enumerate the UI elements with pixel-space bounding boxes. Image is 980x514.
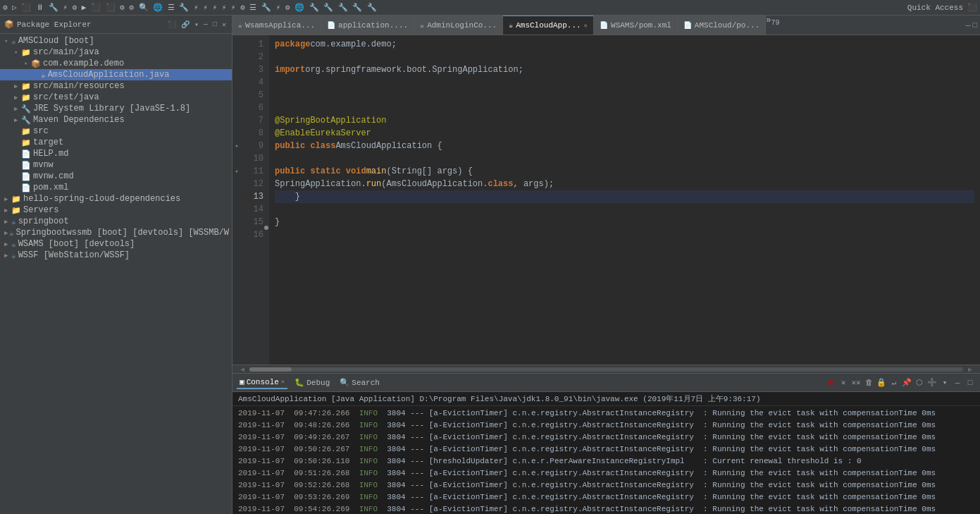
pin-icon[interactable]: 📌 [901, 377, 912, 388]
minimize-console-icon[interactable]: — [952, 377, 963, 388]
tree-arrow[interactable]: ▶ [4, 218, 11, 226]
scroll-lock-icon[interactable]: 🔒 [876, 377, 887, 388]
code-line[interactable] [275, 228, 974, 241]
tree-item[interactable]: 📁src [0, 126, 232, 137]
tree-arrow[interactable]: ▾ [14, 49, 21, 56]
code-line[interactable] [275, 203, 974, 216]
gutter-marker [232, 114, 241, 127]
open-console-icon[interactable]: ⬡ [914, 377, 925, 388]
tree-arrow[interactable]: ▶ [4, 240, 11, 248]
new-console-icon[interactable]: ➕ [926, 377, 938, 388]
code-line[interactable] [275, 76, 974, 89]
code-line[interactable]: package com.example.demo; [275, 38, 974, 51]
tree-item[interactable]: ▶📁Servers [0, 204, 232, 216]
tree-item[interactable]: ▶☕WSSF [WebStation/WSSF] [0, 250, 232, 261]
scroll-right-icon[interactable]: ▶ [963, 365, 977, 374]
code-line[interactable] [275, 152, 974, 165]
code-line[interactable]: } [275, 216, 974, 228]
editor-tab[interactable]: ☕AdminLoginCo... [414, 16, 503, 35]
console-tab[interactable]: ▣ Console ✕ [237, 376, 287, 389]
scroll-left-icon[interactable]: ◀ [235, 365, 249, 374]
tree-item-label: target [33, 137, 63, 147]
editor-maximize-icon[interactable]: □ [972, 21, 977, 30]
close-panel-icon[interactable]: ✕ [221, 20, 228, 30]
gutter-marker[interactable]: ▾ [232, 140, 241, 152]
maximize-icon[interactable]: □ [211, 20, 218, 30]
clear-console-icon[interactable]: 🗑 [863, 377, 874, 388]
console-output[interactable]: 2019-11-07 09:47:26.266 INFO 3804 --- [a… [232, 406, 980, 514]
code-line[interactable] [275, 51, 974, 63]
tree-item[interactable]: ▾📁src/main/java [0, 47, 232, 58]
view-menu-icon[interactable]: ▾ [193, 20, 200, 30]
tree-item[interactable]: ▶🔧JRE System Library [JavaSE-1.8] [0, 103, 232, 114]
code-line[interactable]: @SpringBootApplication [275, 114, 974, 127]
gutter-marker[interactable]: ▾ [232, 165, 241, 178]
tree-arrow[interactable]: ▶ [14, 94, 21, 102]
tree-item[interactable]: ▾☕AMSCloud [boot] [0, 35, 232, 47]
tree-arrow[interactable]: ▶ [4, 207, 11, 214]
word-wrap-icon[interactable]: ↵ [888, 377, 900, 388]
toolbar-end-icon[interactable]: ⬛ [967, 3, 977, 12]
stop-icon[interactable]: ■ [825, 377, 836, 388]
code-line[interactable] [275, 89, 974, 102]
tree-arrow[interactable]: ▾ [24, 60, 31, 68]
tree-item[interactable]: ▶☕WSAMS [boot] [devtools] [0, 238, 232, 250]
tree-arrow[interactable]: ▶ [4, 229, 9, 237]
tree-item[interactable]: ☕AmsCloudApplication.java [0, 69, 232, 80]
tree-arrow[interactable]: ▶ [4, 195, 11, 203]
tree-item[interactable]: 📄pom.xml [0, 182, 232, 193]
code-line[interactable]: @EnableEurekaServer [275, 127, 974, 140]
remove-all-icon[interactable]: ✕✕ [850, 377, 862, 388]
tree-item[interactable]: ▶🔧Maven Dependencies [0, 114, 232, 126]
tree-item[interactable]: ▶☕Springbootwssmb [boot] [devtools] [WSS… [0, 227, 232, 238]
tab-close-btn[interactable]: ✕ [584, 22, 588, 30]
maximize-console-icon[interactable]: □ [965, 377, 976, 388]
search-tab[interactable]: 🔍 Search [337, 377, 383, 388]
editor-tab[interactable]: ☕WsamsApplica... [232, 16, 321, 35]
tree-item[interactable]: ▶📁hello-spring-cloud-dependencies [0, 193, 232, 204]
tree-arrow[interactable]: ▶ [14, 105, 21, 113]
console-tab-label: Console [247, 378, 279, 386]
tree-item[interactable]: ▶📁src/main/resources [0, 80, 232, 92]
editor-scrollbar[interactable]: ◀ ▶ [232, 365, 980, 373]
tree-arrow[interactable]: ▶ [14, 82, 21, 90]
editor-tab[interactable]: ☕AmsCloudApp...✕ [503, 16, 594, 35]
tree-item[interactable]: ▶📁src/test/java [0, 92, 232, 103]
code-line[interactable]: SpringApplication.run(AmsCloudApplicatio… [275, 178, 974, 190]
editor-tab[interactable]: 📄WSAMS/pom.xml [594, 16, 678, 35]
tree-arrow[interactable]: ▾ [4, 37, 11, 45]
tree-item[interactable]: 📄mvnw [0, 159, 232, 171]
scrollbar-thumb[interactable] [249, 367, 292, 372]
code-line[interactable]: public class AmsCloudApplication { [275, 140, 974, 152]
minimize-icon[interactable]: — [202, 20, 209, 30]
tree-item[interactable]: 📁target [0, 137, 232, 148]
code-content[interactable]: package com.example.demo;import org.spri… [269, 35, 980, 365]
tree-item[interactable]: ▾📦com.example.demo [0, 58, 232, 69]
console-close-icon[interactable]: ✕ [281, 378, 285, 386]
tree-item[interactable]: 📄mvnw.cmd [0, 171, 232, 182]
line-number: 13 [241, 190, 263, 203]
tree-arrow[interactable]: ▶ [14, 116, 21, 124]
code-line[interactable]: } [275, 190, 974, 203]
code-line[interactable] [275, 102, 974, 114]
gutter-marker [232, 51, 241, 63]
quick-access[interactable]: Quick Access [907, 4, 963, 12]
line-number: 11 [241, 165, 263, 178]
gutter-marker [232, 216, 241, 228]
editor-tab[interactable]: 📄AMSCloud/po... [678, 16, 766, 35]
remove-icon[interactable]: ✕ [838, 377, 849, 388]
scrollbar-track[interactable] [249, 367, 963, 372]
tree-item[interactable]: ▶☕springboot [0, 216, 232, 227]
debug-tab[interactable]: 🐛 Debug [292, 377, 333, 388]
link-with-editor-icon[interactable]: 🔗 [180, 20, 191, 30]
code-line[interactable]: import org.springframework.boot.SpringAp… [275, 63, 974, 76]
more-tabs-indicator[interactable]: »79 [766, 16, 779, 35]
editor-minimize-icon[interactable]: — [966, 21, 971, 30]
tree-item[interactable]: 📄HELP.md [0, 148, 232, 159]
editor-tab[interactable]: 📄application.... [321, 16, 414, 35]
tree-arrow[interactable]: ▶ [4, 252, 11, 259]
code-line[interactable]: public static void main(String[] args) { [275, 165, 974, 178]
tree-item-icon: 📁 [21, 127, 31, 136]
console-view-menu-icon[interactable]: ▾ [939, 377, 950, 388]
collapse-all-icon[interactable]: ⬛ [166, 20, 178, 30]
